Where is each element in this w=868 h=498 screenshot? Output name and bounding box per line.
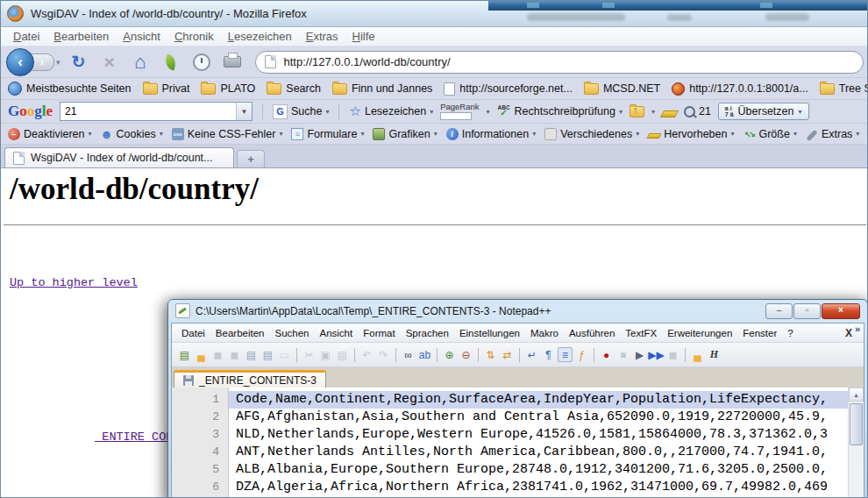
editor-line[interactable]: 5 ALB,Albania,Europe,Southern Europe,287… xyxy=(172,461,849,479)
history-clock-icon[interactable] xyxy=(192,53,211,72)
notepadpp-menu-item[interactable]: Ansicht xyxy=(315,328,359,338)
back-button[interactable]: ‹ xyxy=(6,48,34,76)
bookmark-item[interactable]: PLATO xyxy=(201,82,255,95)
toolbar-icon[interactable]: ▄ xyxy=(194,347,209,362)
notepadpp-menu-item[interactable]: Makro xyxy=(525,328,564,338)
notepadpp-menu-item[interactable]: Bearbeiten xyxy=(210,328,270,338)
bookmark-item[interactable]: Privat xyxy=(143,82,190,95)
scroll-up-arrow-icon[interactable]: ▲ xyxy=(849,388,864,402)
toolbar-icon[interactable]: ▶ xyxy=(632,347,647,362)
toolbar-icon[interactable]: H xyxy=(707,347,722,362)
toolbar-icon[interactable]: ▤ xyxy=(260,347,275,362)
webdev-menu-button[interactable]: Grafiken ▾ xyxy=(373,128,437,140)
toolbar-icon[interactable]: ¶ xyxy=(541,347,556,362)
bookmark-item[interactable]: MCSD.NET xyxy=(584,82,660,95)
maximize-button[interactable]: ▫ xyxy=(793,303,821,319)
bookmark-item[interactable]: http://127.0.0.1:8001/a... xyxy=(672,82,808,96)
firefox-menu-item[interactable]: Extras xyxy=(299,28,345,45)
new-tab-button[interactable]: + xyxy=(237,150,265,167)
firefox-menu-item[interactable]: Datei xyxy=(6,28,46,45)
notepadpp-menu-item[interactable]: Fenster xyxy=(737,328,782,338)
spellcheck-button[interactable]: ABC✓ Rechtschreibprüfung ▾ xyxy=(497,105,623,118)
url-bar[interactable] xyxy=(255,51,864,74)
toolbar-icon[interactable]: ■ xyxy=(615,347,630,362)
toolbar-icon[interactable] xyxy=(519,348,520,362)
toolbar-icon[interactable]: ↷ xyxy=(376,347,391,362)
toolbar-icon[interactable]: ◼ xyxy=(665,347,680,362)
bookmark-item[interactable]: Meistbesuchte Seiten xyxy=(8,82,132,96)
translate-button[interactable]: a í7 ä Übersetzen ▾ xyxy=(718,103,809,120)
webdev-menu-button[interactable]: Hervorheben ▾ xyxy=(648,128,734,140)
toolbar-icon[interactable]: ▤ xyxy=(244,347,259,362)
toolbar-icon[interactable]: ƒ xyxy=(574,347,589,362)
firefox-menu-item[interactable]: Bearbeiten xyxy=(46,28,116,45)
bookmark-item[interactable]: Tree Samples xyxy=(820,82,868,95)
editor-line[interactable]: 4 ANT,Netherlands Antilles,North America… xyxy=(172,444,849,461)
toolbar-icon[interactable]: ⇅ xyxy=(483,347,498,362)
webdev-menu-button[interactable]: Keine CSS-Fehler ▾ xyxy=(172,128,283,140)
toolbar-icon[interactable] xyxy=(296,348,297,362)
webdev-menu-button[interactable]: Verschiedenes ▾ xyxy=(544,128,639,140)
editor-line[interactable]: 2 AFG,Afghanistan,Asia,Southern and Cent… xyxy=(172,409,849,426)
dropdown-icon[interactable]: ▾ xyxy=(619,108,623,116)
webdev-menu-button[interactable]: Formulare ▾ xyxy=(291,128,364,140)
toolbar-icon[interactable]: ⇄ xyxy=(500,347,515,362)
webdev-menu-button[interactable]: Cookies ▾ xyxy=(101,128,163,140)
toolbar-icon[interactable] xyxy=(437,348,438,362)
toolbar-icon[interactable] xyxy=(354,348,355,362)
toolbar-icon[interactable]: ↵ xyxy=(524,347,539,362)
dropdown-icon[interactable]: ▾ xyxy=(430,108,433,116)
notepadpp-menu-item[interactable]: Erweiterungen xyxy=(662,328,737,338)
bookmark-item[interactable]: Search xyxy=(267,82,321,95)
google-search-box[interactable]: ▼ xyxy=(60,102,253,121)
webdev-menu-button[interactable]: Informationen ▾ xyxy=(446,128,536,140)
toolbar-icon[interactable]: ab xyxy=(417,347,432,362)
toolbar-icon[interactable]: ▄ xyxy=(690,347,705,362)
editor-line[interactable]: 3 NLD,Netherlands,Europe,Western Europe,… xyxy=(172,426,849,444)
history-dropdown-icon[interactable]: ▾ xyxy=(56,58,60,67)
print-icon[interactable] xyxy=(223,53,242,72)
bookmarks-button[interactable]: ☆ Lesezeichen ▾ xyxy=(349,103,433,119)
firefox-titlebar[interactable]: WsgiDAV - Index of /world-db/country/ - … xyxy=(1,1,868,27)
notepadpp-menu-item[interactable]: ? xyxy=(782,328,798,338)
toolbar-overflow-icon[interactable]: » xyxy=(855,324,860,334)
stop-icon[interactable]: × xyxy=(100,53,119,72)
webdev-menu-button[interactable]: Extras ▾ xyxy=(806,128,859,140)
forward-button[interactable]: › xyxy=(31,53,54,71)
notepadpp-menu-item[interactable]: Ausführen xyxy=(564,328,620,338)
toolbar-icon[interactable]: ◼ xyxy=(227,347,242,362)
toolbar-icon[interactable]: ▭ xyxy=(277,347,292,362)
send-to-folder-icon[interactable] xyxy=(630,106,644,117)
up-level-link[interactable]: Up to higher level xyxy=(10,274,138,293)
toolbar-icon[interactable]: ▣ xyxy=(318,347,333,362)
document-tab[interactable]: _ENTIRE_CONTENTS-3 xyxy=(174,370,326,388)
toolbar-icon[interactable]: ▤ xyxy=(335,347,350,362)
toolbar-icon[interactable]: ✂ xyxy=(302,347,317,362)
notepadpp-menu-item[interactable]: Datei xyxy=(176,328,210,338)
pagerank-indicator[interactable]: PageRank xyxy=(440,103,479,120)
bookmark-item[interactable]: http://sourceforge.net... xyxy=(444,82,573,96)
reload-icon[interactable]: ↻ xyxy=(69,53,89,72)
toolbar-icon[interactable]: ◼ xyxy=(210,347,225,362)
firefox-menu-item[interactable]: Chronik xyxy=(167,28,221,45)
firefox-menu-item[interactable]: Ansicht xyxy=(116,28,167,45)
notepadpp-menu-item[interactable]: Format xyxy=(358,328,400,338)
dropdown-icon[interactable]: ▾ xyxy=(799,108,802,116)
toolbar-icon[interactable]: ⊖ xyxy=(459,347,473,362)
notepadpp-menu-item[interactable]: Suchen xyxy=(269,328,314,338)
notepadpp-menu-item[interactable]: Einstellungen xyxy=(454,328,525,338)
toolbar-icon[interactable]: ▶▶ xyxy=(649,347,664,362)
editor-line[interactable]: 6 DZA,Algeria,Africa,Northern Africa,238… xyxy=(172,479,849,496)
firefox-menu-item[interactable]: Hilfe xyxy=(345,28,382,45)
scrollbar-thumb[interactable] xyxy=(850,403,863,445)
feed-reader-icon[interactable] xyxy=(161,53,181,72)
google-search-button[interactable]: G Suche ▾ xyxy=(273,104,329,119)
notepadpp-menu-item[interactable]: TextFX xyxy=(620,328,662,338)
toolbar-icon[interactable] xyxy=(478,348,479,362)
minimize-button[interactable]: – xyxy=(765,303,793,319)
webdev-menu-button[interactable]: Deaktivieren ▾ xyxy=(8,128,92,140)
search-dropdown-icon[interactable]: ▼ xyxy=(236,103,252,120)
firefox-menu-item[interactable]: Lesezeichen xyxy=(221,28,299,45)
dropdown-icon[interactable]: ▾ xyxy=(487,108,490,116)
toolbar-icon[interactable] xyxy=(395,348,396,362)
